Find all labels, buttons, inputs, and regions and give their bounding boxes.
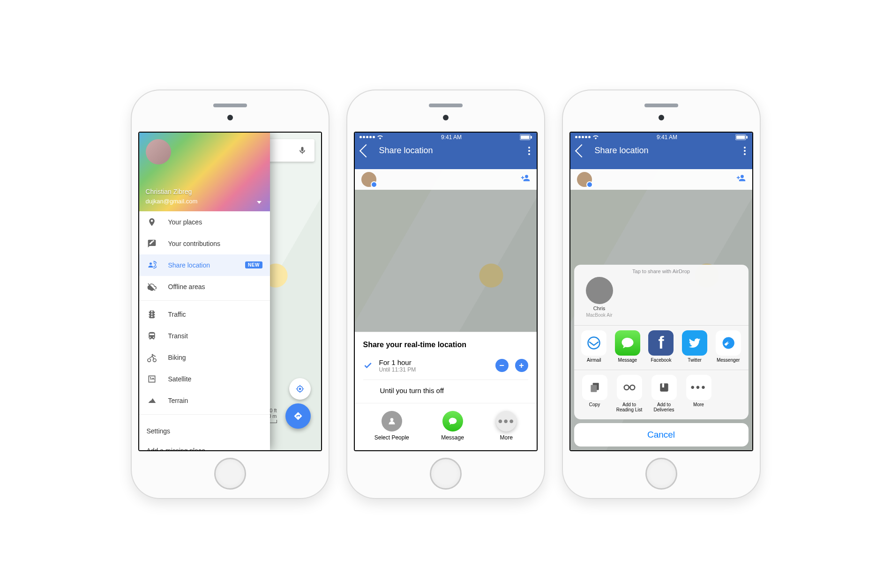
self-avatar[interactable] (361, 172, 376, 187)
add-person-icon (521, 173, 530, 183)
mic-icon[interactable] (298, 146, 307, 155)
svg-rect-5 (531, 136, 532, 139)
drawer-item-transit[interactable]: Transit (139, 325, 270, 347)
share-app-message[interactable]: Message (613, 330, 642, 363)
target-label: Message (441, 434, 464, 441)
airdrop-hint: Tap to share with AirDrop (581, 268, 742, 274)
avatar[interactable] (146, 139, 171, 164)
overflow-menu-button[interactable] (528, 147, 530, 155)
share-app-facebook[interactable]: fFacebook (647, 330, 676, 363)
overflow-menu-button[interactable] (744, 147, 746, 155)
svg-rect-9 (746, 136, 748, 139)
airdrop-contact[interactable]: Chris MacBook Air (581, 277, 618, 318)
svg-rect-16 (662, 383, 664, 387)
phone-2: 9:41 AM Share location Share your real-t… (347, 90, 544, 498)
add-person-button[interactable] (736, 173, 746, 186)
duration-option-hour[interactable]: For 1 hour Until 11:31 PM − + (355, 354, 537, 378)
drawer-item-label: Transit (168, 332, 188, 340)
drawer-item-add-a-missing-place[interactable]: Add a missing place (139, 441, 270, 450)
drawer-item-your-contributions[interactable]: Your contributions (139, 233, 270, 254)
message-icon (615, 330, 640, 356)
signal-icon (575, 134, 599, 141)
wifi-icon (377, 134, 383, 141)
profile-name: Christian Zibreg (146, 188, 192, 195)
account-dropdown-icon[interactable] (257, 201, 262, 204)
drawer-item-terrain[interactable]: Terrain (139, 390, 270, 411)
share-target-more[interactable]: •••More (496, 411, 517, 441)
status-bar: 9:41 AM (355, 133, 537, 142)
share-app-messenger[interactable]: Messenger (714, 330, 743, 363)
screen-drawer: 200 ft 50 m Christian Zibreg dujkan@gmai… (138, 132, 322, 451)
phone-3: 9:41 AM Share location Tap to share with… (563, 90, 760, 498)
share-action-add-to-reading-list[interactable]: Add to Reading List (614, 375, 644, 413)
app-header: 9:41 AM Share location (570, 133, 752, 169)
share-app-airmail[interactable]: Airmail (580, 330, 609, 363)
directions-fab[interactable] (285, 403, 311, 429)
drawer-item-your-places[interactable]: Your places (139, 211, 270, 233)
new-badge: NEW (245, 261, 262, 268)
add-person-button[interactable] (521, 173, 530, 186)
action-label: Copy (589, 402, 600, 408)
home-button[interactable] (214, 458, 246, 490)
share-action-more[interactable]: •••More (684, 375, 714, 413)
svg-rect-8 (736, 135, 745, 139)
drawer-item-satellite[interactable]: Satellite (139, 368, 270, 390)
status-bar: 9:41 AM (570, 133, 752, 142)
status-time: 9:41 AM (441, 134, 462, 141)
drawer-item-share-location[interactable]: Share locationNEW (139, 254, 270, 276)
share-target-message[interactable]: Message (441, 411, 464, 441)
target-label: More (500, 434, 513, 441)
app-label: Airmail (587, 357, 601, 363)
increase-duration-button[interactable]: + (515, 359, 528, 372)
people-row (570, 169, 752, 190)
drawer-item-traffic[interactable]: Traffic (139, 304, 270, 325)
header-title: Share location (379, 146, 433, 156)
screen-ios-share: 9:41 AM Share location Tap to share with… (569, 132, 753, 451)
airdrop-name: Chris (593, 305, 606, 311)
drawer-item-label: Share location (168, 261, 210, 269)
message-icon (442, 411, 463, 432)
check-icon (363, 361, 373, 370)
navigation-drawer: Christian Zibreg dujkan@gmail.com Your p… (139, 133, 270, 450)
my-location-fab[interactable] (289, 378, 311, 400)
phone-1: 200 ft 50 m Christian Zibreg dujkan@gmai… (132, 90, 329, 498)
share-target-select[interactable]: Select People (374, 411, 409, 441)
rate-review-icon (147, 239, 157, 248)
share-targets-row: Select PeopleMessage•••More (355, 403, 537, 450)
ios-action-sheet: Tap to share with AirDrop Chris MacBook … (574, 265, 749, 447)
cancel-button[interactable]: Cancel (574, 423, 749, 447)
drawer-item-label: Add a missing place (147, 447, 205, 450)
people-row (355, 169, 537, 190)
svg-rect-12 (591, 385, 597, 392)
twitter-icon (682, 330, 707, 356)
home-button[interactable] (645, 458, 677, 490)
drawer-item-label: Biking (168, 354, 186, 361)
home-button[interactable] (430, 458, 462, 490)
drawer-item-label: Your contributions (168, 240, 221, 247)
share-apps-row: AirmailMessagefFacebookTwitterMessenger (574, 325, 749, 370)
airdrop-device: MacBook Air (586, 313, 612, 318)
facebook-icon: f (648, 330, 674, 356)
back-button[interactable] (359, 144, 372, 157)
back-button[interactable] (575, 144, 588, 157)
status-time: 9:41 AM (657, 134, 677, 141)
battery-icon (520, 134, 532, 140)
drawer-header[interactable]: Christian Zibreg dujkan@gmail.com (139, 133, 270, 211)
signal-icon (359, 134, 383, 141)
share-app-twitter[interactable]: Twitter (680, 330, 709, 363)
drawer-item-settings[interactable]: Settings (139, 421, 270, 441)
drawer-item-biking[interactable]: Biking (139, 347, 270, 368)
app-label: Messenger (717, 357, 740, 363)
svg-point-0 (299, 387, 301, 390)
duration-option-indefinite[interactable]: Until you turn this off (355, 382, 537, 399)
terrain-icon (147, 396, 157, 405)
decrease-duration-button[interactable]: − (495, 359, 509, 372)
share-action-copy[interactable]: Copy (580, 375, 610, 413)
share-action-add-to-deliveries[interactable]: Add to Deliveries (649, 375, 679, 413)
glasses-icon (617, 375, 642, 400)
directions-icon (293, 411, 303, 421)
drawer-item-offline-areas[interactable]: Offline areas (139, 276, 270, 298)
self-avatar[interactable] (577, 172, 592, 187)
app-header: 9:41 AM Share location (355, 133, 537, 169)
more-icon: ••• (496, 411, 517, 432)
